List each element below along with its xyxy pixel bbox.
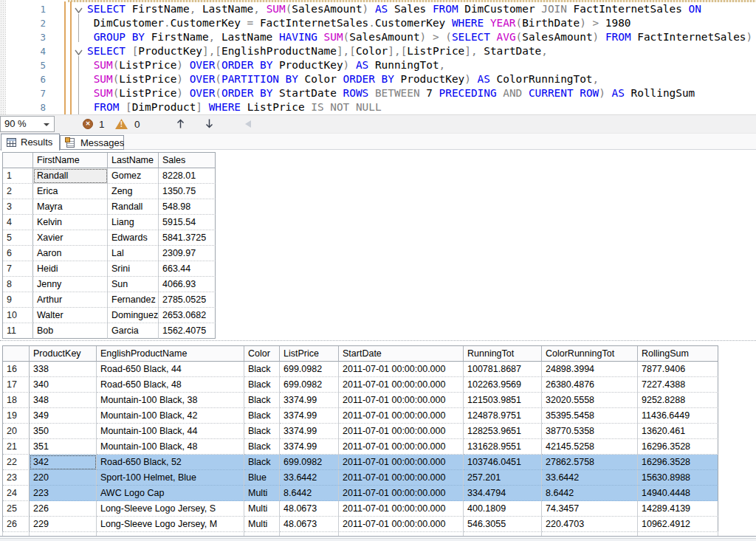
- cell[interactable]: Srini: [108, 261, 159, 277]
- next-issue-arrow-icon[interactable]: [205, 118, 214, 129]
- cell[interactable]: 351: [30, 439, 97, 455]
- cell[interactable]: 2011-07-01 00:00:00.000: [339, 424, 464, 439]
- row-number[interactable]: 7: [3, 261, 33, 277]
- cell[interactable]: 14289.4139: [638, 501, 718, 517]
- cell[interactable]: Sun: [108, 277, 159, 292]
- row-number[interactable]: 17: [3, 377, 30, 393]
- row-number[interactable]: 19: [3, 408, 30, 424]
- column-header-color[interactable]: Color: [244, 346, 280, 362]
- cell[interactable]: 226: [30, 501, 97, 517]
- scroll-left-icon[interactable]: [245, 120, 251, 128]
- row-number[interactable]: 21: [3, 439, 30, 455]
- cell[interactable]: 3374.99: [280, 408, 339, 424]
- cell[interactable]: Road-650 Black, 48: [97, 377, 244, 393]
- row-number[interactable]: 24: [3, 486, 30, 501]
- cell[interactable]: 121503.9851: [464, 393, 542, 408]
- cell[interactable]: 2011-07-01 00:00:00.000: [339, 517, 464, 532]
- cell[interactable]: Edwards: [108, 230, 159, 246]
- cell[interactable]: 26380.4876: [542, 377, 638, 393]
- cell[interactable]: Arthur: [33, 292, 108, 308]
- column-header-listprice[interactable]: ListPrice: [280, 346, 339, 362]
- column-header-firstname[interactable]: FirstName: [33, 153, 108, 168]
- cell[interactable]: 8.6442: [542, 486, 638, 501]
- code-line[interactable]: GROUP BY FirstName, LastName HAVING SUM(…: [87, 30, 756, 44]
- cell[interactable]: Long-Sleeve Logo Jersey, M: [97, 517, 244, 532]
- cell[interactable]: 5915.54: [159, 215, 216, 230]
- cell[interactable]: Heidi: [33, 261, 108, 277]
- cell[interactable]: Black: [244, 377, 280, 393]
- row-number[interactable]: 9: [3, 292, 33, 308]
- column-header-lastname[interactable]: LastName: [108, 153, 159, 168]
- cell[interactable]: 257.201: [464, 470, 542, 486]
- cell[interactable]: 663.44: [159, 261, 216, 277]
- cell[interactable]: 15630.8988: [638, 470, 718, 486]
- cell[interactable]: AWC Logo Cap: [97, 486, 244, 501]
- cell[interactable]: 24898.3994: [542, 362, 638, 377]
- cell[interactable]: Mountain-100 Black, 48: [97, 439, 244, 455]
- row-number[interactable]: 5: [3, 230, 33, 246]
- grid-splitter[interactable]: [0, 340, 756, 341]
- row-number[interactable]: 1: [3, 168, 33, 184]
- cell[interactable]: Garcia: [108, 323, 159, 339]
- cell[interactable]: Liang: [108, 215, 159, 230]
- sql-code[interactable]: SELECT FirstName, LastName, SUM(SalesAmo…: [87, 2, 756, 114]
- cell[interactable]: 548.98: [159, 199, 216, 215]
- cell[interactable]: 33.6442: [280, 470, 339, 486]
- cell[interactable]: 131628.9551: [464, 439, 542, 455]
- cell[interactable]: 7877.9406: [638, 362, 718, 377]
- column-header-startdate[interactable]: StartDate: [339, 346, 464, 362]
- cell[interactable]: 2011-07-01 00:00:00.000: [339, 470, 464, 486]
- row-number[interactable]: 23: [3, 470, 30, 486]
- code-line[interactable]: SELECT FirstName, LastName, SUM(SalesAmo…: [87, 2, 756, 16]
- cell[interactable]: 2011-07-01 00:00:00.000: [339, 439, 464, 455]
- cell[interactable]: 1350.75: [159, 184, 216, 199]
- cell[interactable]: 349: [30, 408, 97, 424]
- cell[interactable]: 103746.0451: [464, 455, 542, 470]
- cell[interactable]: 348: [30, 393, 97, 408]
- cell[interactable]: Mountain-100 Black, 38: [97, 393, 244, 408]
- zoom-level-dropdown[interactable]: 90 %: [0, 116, 55, 132]
- cell[interactable]: 16296.3528: [638, 455, 718, 470]
- cell[interactable]: 2011-07-01 00:00:00.000: [339, 393, 464, 408]
- cell[interactable]: 38770.5358: [542, 424, 638, 439]
- cell[interactable]: Xavier: [33, 230, 108, 246]
- cell[interactable]: 220.4703: [542, 517, 638, 532]
- cell[interactable]: Black: [244, 455, 280, 470]
- cell[interactable]: Black: [244, 408, 280, 424]
- cell[interactable]: 33.6442: [542, 470, 638, 486]
- row-number[interactable]: 3: [3, 199, 33, 215]
- cell[interactable]: 699.0982: [280, 362, 339, 377]
- code-line[interactable]: DimCustomer.CustomerKey = FactInternetSa…: [87, 16, 756, 30]
- collapse-region-icon[interactable]: [74, 46, 83, 53]
- cell[interactable]: Black: [244, 439, 280, 455]
- column-header-sales[interactable]: Sales: [159, 153, 216, 168]
- cell[interactable]: 229: [30, 517, 97, 532]
- cell[interactable]: Randall: [108, 199, 159, 215]
- cell[interactable]: 42145.5258: [542, 439, 638, 455]
- cell[interactable]: 340: [30, 377, 97, 393]
- cell[interactable]: 220: [30, 470, 97, 486]
- cell[interactable]: Black: [244, 424, 280, 439]
- cell[interactable]: 128253.9651: [464, 424, 542, 439]
- row-number[interactable]: 2: [3, 184, 33, 199]
- row-number[interactable]: 25: [3, 501, 30, 517]
- row-number[interactable]: 20: [3, 424, 30, 439]
- cell[interactable]: 13620.461: [638, 424, 718, 439]
- cell[interactable]: 8228.01: [159, 168, 216, 184]
- row-number[interactable]: 8: [3, 277, 33, 292]
- cell[interactable]: 2011-07-01 00:00:00.000: [339, 408, 464, 424]
- row-number[interactable]: 26: [3, 517, 30, 532]
- column-header-colorrunningtot[interactable]: ColorRunningTot: [542, 346, 638, 362]
- column-header-runningtot[interactable]: RunningTot: [464, 346, 542, 362]
- cell[interactable]: Blue: [244, 470, 280, 486]
- cell[interactable]: 2653.0682: [159, 308, 216, 323]
- cell[interactable]: 32020.5558: [542, 393, 638, 408]
- tab-results[interactable]: Results: [1, 134, 60, 151]
- cell[interactable]: 223: [30, 486, 97, 501]
- cell[interactable]: 342: [30, 455, 97, 470]
- cell[interactable]: 3374.99: [280, 439, 339, 455]
- cell[interactable]: 699.0982: [280, 377, 339, 393]
- cell[interactable]: 334.4794: [464, 486, 542, 501]
- cell[interactable]: 2011-07-01 00:00:00.000: [339, 486, 464, 501]
- cell[interactable]: 2011-07-01 00:00:00.000: [339, 501, 464, 517]
